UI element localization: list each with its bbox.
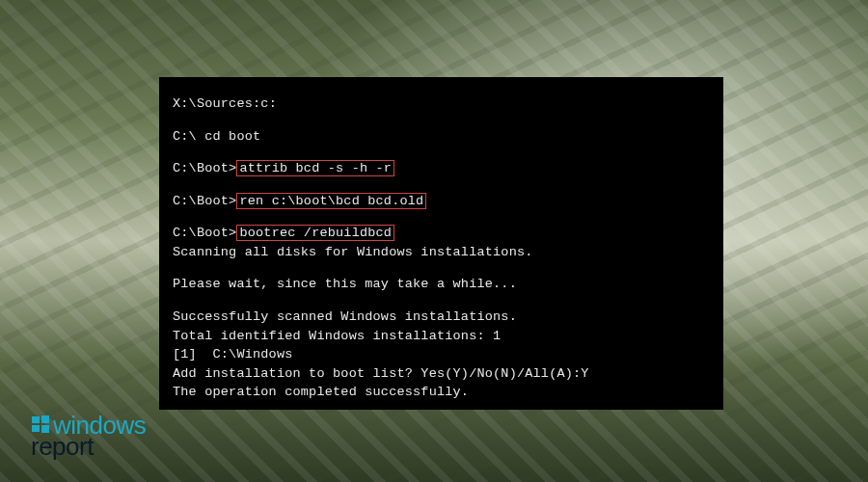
terminal-line: X:\Sources:c: [173, 94, 710, 114]
terminal-output: Add installation to boot list? Yes(Y)/No… [173, 364, 710, 384]
prompt-text: X:\Sources: [173, 96, 260, 111]
terminal-line: C:\ cd boot [173, 127, 710, 147]
terminal-line: C:\Boot>attrib bcd -s -h -r [173, 159, 710, 178]
terminal-output: Total identified Windows installations: … [173, 327, 710, 346]
prompt-text: C:\Boot> [173, 161, 236, 175]
highlighted-command: bootrec /rebuildbcd [236, 225, 394, 241]
watermark-logo: windows report [31, 415, 146, 457]
terminal-line: C:\Boot>bootrec /rebuildbcd [173, 224, 710, 243]
svg-rect-1 [41, 415, 49, 423]
terminal-output: Please wait, since this may take a while… [173, 275, 710, 294]
command-prompt-window[interactable]: X:\Sources:c: C:\ cd boot C:\Boot>attrib… [159, 77, 723, 410]
command-text: c: [260, 96, 277, 111]
highlighted-command: attrib bcd -s -h -r [236, 160, 394, 176]
terminal-output: [1] C:\Windows [173, 345, 710, 364]
highlighted-command: ren c:\boot\bcd bcd.old [236, 193, 426, 209]
prompt-text: C:\Boot> [173, 226, 236, 240]
svg-rect-0 [32, 416, 40, 423]
svg-rect-2 [32, 425, 40, 432]
terminal-output: The operation completed successfully. [173, 383, 710, 402]
terminal-output: Scanning all disks for Windows installat… [173, 243, 710, 262]
prompt-text: C:\Boot> [173, 194, 236, 208]
terminal-output: Successfully scanned Windows installatio… [173, 308, 710, 327]
terminal-line: C:\Boot>ren c:\boot\bcd bcd.old [173, 192, 710, 211]
